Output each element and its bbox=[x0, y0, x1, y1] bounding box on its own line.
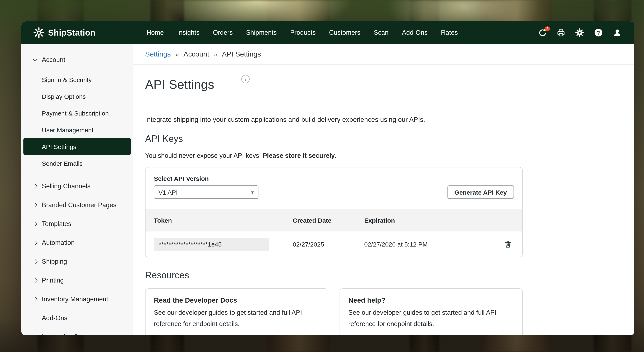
sidebar-section-label: Automation bbox=[42, 239, 75, 246]
sidebar-item-payment-subscription[interactable]: Payment & Subscription bbox=[21, 105, 133, 121]
need-help-card[interactable]: Need help? See our developer guides to g… bbox=[340, 288, 523, 335]
nav-item-rates[interactable]: Rates bbox=[441, 29, 458, 36]
help-button[interactable]: ? bbox=[594, 28, 603, 37]
sidebar-item-api-settings[interactable]: API Settings bbox=[24, 138, 131, 155]
sidebar-section-label: Inventory Management bbox=[42, 295, 108, 303]
sidebar-collapse-button[interactable]: ‹ bbox=[241, 75, 250, 83]
chevron-right-icon bbox=[33, 297, 38, 301]
nav-item-orders[interactable]: Orders bbox=[213, 29, 233, 36]
gear-icon bbox=[575, 28, 584, 37]
chevron-right-icon bbox=[33, 278, 38, 283]
table-header-row: Token Created Date Expiration bbox=[146, 209, 522, 231]
resource-card-body: See our developer guides to get started … bbox=[154, 307, 320, 329]
main-panel: API Settings Integrate shipping into you… bbox=[134, 65, 634, 335]
column-header-token: Token bbox=[146, 217, 284, 224]
nav-item-addons[interactable]: Add-Ons bbox=[402, 29, 428, 36]
nav-item-customers[interactable]: Customers bbox=[329, 29, 360, 36]
warning-text: You should never expose your API keys. bbox=[145, 152, 262, 159]
table-row: ********************1e45 02/27/2025 02/2… bbox=[146, 231, 522, 257]
sidebar-section-account[interactable]: Account bbox=[21, 52, 133, 68]
breadcrumb: Settings » Account » API Settings bbox=[134, 44, 634, 65]
settings-button[interactable] bbox=[575, 28, 584, 37]
api-key-card-header: Select API Version V1 API ▾ Generate API… bbox=[146, 167, 522, 199]
api-keys-warning: You should never expose your API keys. P… bbox=[145, 151, 625, 160]
resource-card-body: See our developer guides to get started … bbox=[348, 307, 514, 329]
brand[interactable]: ShipStation bbox=[21, 27, 96, 38]
api-version-selected-value: V1 API bbox=[158, 189, 178, 196]
sidebar-item-label: API Settings bbox=[42, 143, 76, 150]
sidebar-item-display-options[interactable]: Display Options bbox=[21, 88, 133, 105]
api-version-select[interactable]: V1 API ▾ bbox=[154, 185, 258, 199]
masked-token-value: ********************1e45 bbox=[154, 238, 269, 251]
sidebar-section-selling-channels[interactable]: Selling Channels bbox=[21, 177, 133, 195]
sidebar-item-sign-in-security[interactable]: Sign In & Security bbox=[21, 71, 133, 88]
nav-item-products[interactable]: Products bbox=[290, 29, 316, 36]
user-icon bbox=[613, 28, 622, 37]
content-area: ‹ Settings » Account » API Settings API … bbox=[134, 44, 634, 335]
column-header-expiration: Expiration bbox=[356, 217, 496, 224]
resource-card-title: Need help? bbox=[348, 296, 514, 304]
expiration-cell: 02/27/2026 at 5:12 PM bbox=[356, 241, 496, 248]
breadcrumb-separator-icon: » bbox=[176, 51, 179, 58]
sidebar-item-label: Display Options bbox=[42, 93, 86, 100]
api-key-card: Select API Version V1 API ▾ Generate API… bbox=[145, 167, 523, 257]
nav-item-scan[interactable]: Scan bbox=[374, 29, 389, 36]
sidebar-item-user-management[interactable]: User Management bbox=[21, 121, 133, 138]
sidebar-section-label: Integration Partners bbox=[42, 333, 99, 335]
sidebar-item-integration-partners[interactable]: Integration Partners bbox=[21, 327, 133, 335]
chevron-right-icon bbox=[33, 240, 38, 245]
title-divider bbox=[145, 99, 625, 99]
chevron-down-icon bbox=[33, 57, 38, 62]
nav-item-insights[interactable]: Insights bbox=[177, 29, 200, 36]
chevron-right-icon bbox=[33, 221, 38, 226]
sidebar-section-templates[interactable]: Templates bbox=[21, 214, 133, 233]
page-title: API Settings bbox=[145, 76, 625, 93]
sidebar-section-label: Templates bbox=[42, 220, 71, 227]
trash-icon bbox=[504, 240, 512, 248]
api-version-label: Select API Version bbox=[154, 175, 258, 182]
chevron-right-icon bbox=[33, 259, 38, 264]
user-menu-button[interactable] bbox=[613, 28, 622, 37]
sidebar-item-label: User Management bbox=[42, 126, 94, 133]
nav-item-shipments[interactable]: Shipments bbox=[246, 29, 277, 36]
sidebar-section-automation[interactable]: Automation bbox=[21, 233, 133, 252]
token-cell: ********************1e45 bbox=[146, 238, 284, 251]
resource-card-title: Read the Developer Docs bbox=[154, 296, 320, 304]
sidebar-section-label: Account bbox=[42, 56, 65, 64]
developer-docs-card[interactable]: Read the Developer Docs See our develope… bbox=[145, 288, 328, 335]
column-header-created-date: Created Date bbox=[284, 217, 356, 224]
refresh-button[interactable]: * bbox=[538, 28, 547, 37]
caret-down-icon: ▾ bbox=[251, 189, 254, 195]
settings-sidebar: Account Sign In & Security Display Optio… bbox=[21, 44, 134, 335]
nav-item-home[interactable]: Home bbox=[146, 29, 164, 36]
sidebar-item-label: Payment & Subscription bbox=[42, 109, 109, 117]
brand-name: ShipStation bbox=[48, 28, 96, 38]
print-button[interactable] bbox=[556, 28, 566, 37]
sidebar-section-shipping[interactable]: Shipping bbox=[21, 252, 133, 271]
sidebar-section-label: Shipping bbox=[42, 258, 67, 265]
primary-nav: Home Insights Orders Shipments Products … bbox=[146, 29, 458, 37]
sidebar-section-inventory-management[interactable]: Inventory Management bbox=[21, 290, 133, 308]
screen: ShipStation Home Insights Orders Shipmen… bbox=[0, 0, 644, 352]
breadcrumb-separator-icon: » bbox=[214, 51, 217, 58]
breadcrumb-account: Account bbox=[184, 50, 209, 58]
delete-api-key-button[interactable] bbox=[504, 240, 512, 248]
resources-heading: Resources bbox=[145, 269, 625, 282]
resource-cards: Read the Developer Docs See our develope… bbox=[145, 288, 625, 335]
top-navbar: ShipStation Home Insights Orders Shipmen… bbox=[21, 21, 634, 44]
generate-api-key-button[interactable]: Generate API Key bbox=[447, 185, 514, 199]
chevron-right-icon bbox=[33, 203, 38, 207]
sidebar-section-branded-customer-pages[interactable]: Branded Customer Pages bbox=[21, 195, 133, 214]
sidebar-item-sender-emails[interactable]: Sender Emails bbox=[21, 155, 133, 172]
help-icon: ? bbox=[594, 28, 603, 37]
breadcrumb-settings-link[interactable]: Settings bbox=[145, 50, 171, 58]
shipstation-logo-icon bbox=[34, 27, 44, 38]
sidebar-section-label: Printing bbox=[42, 276, 64, 284]
api-key-table: Token Created Date Expiration **********… bbox=[146, 209, 522, 257]
sidebar-item-add-ons[interactable]: Add-Ons bbox=[21, 308, 133, 327]
api-version-field: Select API Version V1 API ▾ bbox=[154, 175, 258, 199]
sidebar-section-printing[interactable]: Printing bbox=[21, 271, 133, 290]
sidebar-section-label: Selling Channels bbox=[42, 182, 90, 190]
sidebar-section-label: Add-Ons bbox=[42, 314, 67, 322]
printer-icon bbox=[556, 28, 566, 37]
